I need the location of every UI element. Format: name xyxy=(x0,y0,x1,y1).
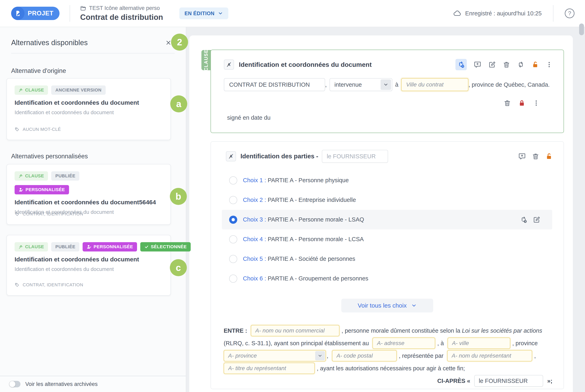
edit-icon[interactable] xyxy=(488,61,496,68)
kebab-menu-icon[interactable] xyxy=(546,61,553,68)
alternative-title: Identification et coordonnées du documen… xyxy=(14,99,163,106)
trash-icon[interactable] xyxy=(504,100,511,107)
alternative-title: Identification et coordonnées du documen… xyxy=(14,256,163,263)
help-icon[interactable]: ? xyxy=(565,8,575,18)
gavel-icon xyxy=(19,244,23,249)
header-divider xyxy=(70,5,70,22)
lock-open-icon[interactable] xyxy=(545,153,553,160)
text-format-icon[interactable]: A xyxy=(226,151,236,162)
swap-icon[interactable] xyxy=(517,61,525,68)
scrollbar-thumb[interactable] xyxy=(579,24,584,35)
trash-icon[interactable] xyxy=(503,61,510,68)
alternative-subtitle: Identification et coordonnées du documen… xyxy=(14,266,163,272)
choice-row-1[interactable]: Choix 1 : PARTIE A - Personne physique xyxy=(222,170,552,190)
alternative-card-origin[interactable]: CLAUSE ANCIENNE VERSION Identification e… xyxy=(6,78,171,140)
alternative-title: Identification et coordonnées du documen… xyxy=(14,199,163,206)
intervenue-select[interactable]: intervenue xyxy=(330,78,392,91)
text-format-icon[interactable]: A xyxy=(224,60,234,70)
trash-icon[interactable] xyxy=(532,153,539,160)
tail-text: , province de Québec, Canada. xyxy=(468,82,550,88)
radio-choice-6[interactable] xyxy=(229,274,237,283)
document-title-field[interactable] xyxy=(224,78,325,91)
add-comment-icon[interactable] xyxy=(474,61,481,68)
company-name-field[interactable] xyxy=(251,325,339,336)
edit-icon[interactable] xyxy=(533,216,541,224)
city-field[interactable] xyxy=(448,338,510,349)
clause-badge: CLAUSE xyxy=(14,242,48,252)
city-field[interactable] xyxy=(401,78,468,91)
person-edit-icon xyxy=(19,187,23,192)
choice-row-6[interactable]: Choix 6 : PARTIE A - Groupement de perso… xyxy=(222,269,552,288)
see-all-choices-button[interactable]: Voir tous les choix xyxy=(341,299,433,312)
sidebar-footer: Voir les alternatives archivées xyxy=(0,376,186,392)
annotation-marker-c: c xyxy=(170,259,187,276)
entre-label: ENTRE : xyxy=(224,328,249,334)
clause-card-identification-parties: A Identification des parties - xyxy=(210,141,564,389)
version-badge: ANCIENNE VERSION xyxy=(51,86,105,95)
keywords-label: CONTRAT, IDENTIFICATION xyxy=(23,282,83,288)
radio-choice-3[interactable] xyxy=(229,216,237,224)
ci-apres-prefix: CI-APRÈS « xyxy=(437,378,472,384)
signed-date-text: signé en date du xyxy=(227,114,270,121)
tag-icon xyxy=(14,212,19,216)
province-select[interactable]: A- province xyxy=(224,350,326,362)
annotation-marker-b: b xyxy=(170,188,187,205)
ci-apres-suffix: »; xyxy=(546,378,553,384)
alternative-card-custom-2[interactable]: CLAUSE PUBLIÉE PERSONNALISÉE xyxy=(6,235,171,296)
page-title: Contrat de distribution xyxy=(80,13,163,22)
folder-icon xyxy=(80,5,86,11)
alternatives-history-icon[interactable] xyxy=(520,216,528,224)
divider xyxy=(11,53,175,54)
radio-choice-5[interactable] xyxy=(229,255,237,263)
alternative-card-custom-1[interactable]: CLAUSE PUBLIÉE PERSONNALISÉE Identificat… xyxy=(6,164,171,225)
annotation-marker-a: a xyxy=(170,95,187,112)
keywords-row: CONTRAT, IDENTIFICATION xyxy=(14,212,83,217)
sidebar-title: Alternatives disponibles xyxy=(11,38,88,47)
archived-toggle[interactable] xyxy=(9,381,20,387)
kebab-menu-icon[interactable] xyxy=(533,100,540,106)
breadcrumb[interactable]: TEST Icône alternative perso xyxy=(80,5,163,11)
clause-title: Identification et coordonnées du documen… xyxy=(239,61,372,68)
projet-badge[interactable]: PROJET xyxy=(11,7,59,20)
close-icon[interactable] xyxy=(165,40,172,46)
document-panel: CLAUSE A Identification et coordonnées d… xyxy=(189,36,573,392)
representative-name-field[interactable] xyxy=(447,350,532,362)
custom-section-title: Alternatives personnalisées xyxy=(11,153,186,160)
lock-closed-icon[interactable] xyxy=(518,100,526,107)
radio-choice-1[interactable] xyxy=(229,176,237,184)
header-right: Enregistré : aujourd'hui 10:25 ? xyxy=(453,5,575,22)
lock-open-icon[interactable] xyxy=(532,61,539,68)
status-label: EN ÉDITION xyxy=(185,10,215,16)
radio-choice-4[interactable] xyxy=(229,235,237,244)
tag-icon xyxy=(14,127,19,132)
choice-row-3[interactable]: Choix 3 : PARTIE A - Personne morale - L… xyxy=(222,210,552,230)
gavel-icon xyxy=(19,88,23,92)
keywords-label: CONTRAT, IDENTIFICATION xyxy=(23,212,83,217)
archived-toggle-label: Voir les alternatives archivées xyxy=(25,381,97,387)
clause-card-identification-document: CLAUSE A Identification et coordonnées d… xyxy=(210,50,564,133)
alternatives-sidebar: Alternatives disponibles Alternative d'o… xyxy=(0,27,186,392)
published-badge: PUBLIÉE xyxy=(51,171,79,180)
choice-row-4[interactable]: Choix 4 : PARTIE A - Personne morale - L… xyxy=(222,230,552,249)
representative-title-field[interactable] xyxy=(224,363,315,374)
alternative-subtitle: Identification et coordonnées du documen… xyxy=(14,109,163,116)
add-comment-icon[interactable] xyxy=(518,152,526,160)
tag-icon xyxy=(14,282,19,287)
status-badge[interactable]: EN ÉDITION xyxy=(179,8,228,19)
chevron-down-icon xyxy=(381,79,391,90)
selected-badge: SÉLECTIONNÉE xyxy=(140,242,191,252)
keywords-label: AUCUN MOT-CLÉ xyxy=(23,127,61,132)
chevron-down-icon xyxy=(315,351,325,360)
keywords-row: AUCUN MOT-CLÉ xyxy=(14,127,61,132)
ci-apres-field[interactable] xyxy=(474,375,543,387)
party-name-field[interactable] xyxy=(322,150,388,163)
radio-choice-2[interactable] xyxy=(229,196,237,204)
alternatives-history-icon[interactable] xyxy=(456,59,467,70)
choice-row-2[interactable]: Choix 2 : PARTIE A - Entreprise individu… xyxy=(222,190,552,210)
document-block: TEST Icône alternative perso Contrat de … xyxy=(80,5,163,22)
choice-row-5[interactable]: Choix 5 : PARTIE A - Société de personne… xyxy=(222,249,552,269)
postal-code-field[interactable] xyxy=(332,350,397,362)
document-edit-icon xyxy=(11,7,24,20)
entre-paragraph: ENTRE : , personne morale dûment constit… xyxy=(224,324,553,387)
address-field[interactable] xyxy=(372,338,435,349)
